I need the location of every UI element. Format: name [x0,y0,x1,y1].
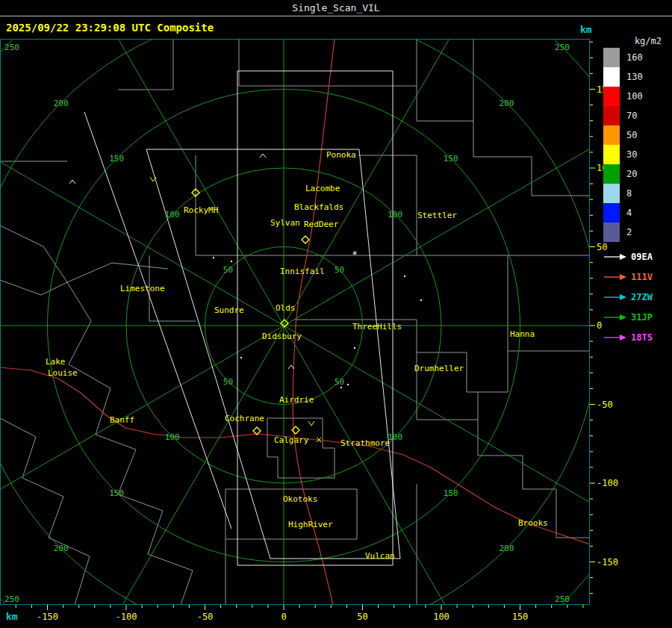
radar-site-marker [292,426,299,434]
scale-value: 20 [626,164,637,184]
city-label: Sylvan [270,218,300,228]
range-ring-label: 200 [54,99,69,108]
scale-value: 130 [626,67,643,87]
county-boundary [478,392,590,538]
county-boundary [67,263,168,282]
county-boundary [417,320,508,392]
city-label: Sundre [214,305,244,315]
city-label: Olds [276,303,296,313]
legend-units: kg/m2 [603,36,671,48]
radar-id: 31JP [631,312,653,323]
range-ring-label: 100 [388,210,402,220]
scan-area-outline [237,71,393,565]
point-marker [420,299,422,301]
radar-row: 09EA [603,246,671,267]
scale-swatch [603,48,620,67]
scale-row: 160 [603,48,671,67]
range-ring-label: 50 [335,265,344,275]
city-label: Calgary [274,435,309,445]
city-label: Stettler [417,211,457,220]
radar-id: 18TS [631,332,653,343]
point-marker [404,276,405,277]
city-label: Didsbury [262,332,302,341]
y-tick-label: 0 [597,320,602,331]
county-boundary [0,418,90,605]
city-label: Lake [46,357,66,367]
city-label: Okotoks [283,494,317,504]
city-label: Blackfalds [294,202,343,212]
scan-area-outline [84,112,231,529]
city-label: HighRiver [288,520,333,529]
map-layers: 5050505010010010010015015015015020020020… [0,0,672,628]
range-ring-label: 150 [444,154,458,164]
radar-id: 09EA [631,252,653,262]
radar-row: 27ZW [603,287,671,307]
range-ring-label: 200 [54,544,69,553]
range-ring [0,0,672,628]
radar-display[interactable]: 5050505010010010010015015015015020020020… [0,0,672,628]
grid-spoke [75,326,284,628]
scale-row: 4 [603,203,671,223]
grid-spoke [284,0,493,326]
radar-row: 31JP [603,307,671,327]
scale-swatch [603,87,620,106]
y-tick-label: -50 [597,400,613,410]
county-boundary [267,418,335,478]
range-ring-label: 100 [165,432,180,442]
city-label: Louise [48,368,78,378]
radar-list: 09EA111V27ZW31JP18TS [603,246,671,347]
range-ring-label: 250 [4,594,19,604]
city-label: Banff [110,415,134,425]
caret-marker [69,180,75,184]
city-label: ThreeHills [352,322,402,332]
range-ring-label: 50 [223,265,233,275]
range-ring-label: 200 [499,544,514,553]
x-tick-label: -100 [116,612,137,622]
point-marker [213,257,214,258]
radar-id: 111V [631,272,653,282]
point-marker [240,357,242,358]
city-label: RedDeer [304,220,339,229]
scale-swatch [603,223,620,242]
x-tick-label: 150 [512,612,529,622]
range-ring-label: 250 [4,43,19,52]
county-boundary [417,352,478,420]
x-tick-label: -150 [37,612,58,622]
x-tick-label: 100 [433,612,449,622]
range-ring-label: 100 [388,432,402,442]
radar-id: 27ZW [631,292,653,302]
scale-value: 100 [626,87,643,106]
range-ring-label: 100 [165,210,180,220]
radar-arrow-icon [603,252,627,261]
point-marker [340,387,342,388]
city-label: Airdrie [279,395,314,405]
x-tick-label: 50 [357,612,367,622]
scale-swatch [603,164,620,184]
range-ring-label: 200 [499,99,514,108]
color-scale: 16013010070503020842 [603,48,671,242]
radar-arrow-icon [603,293,627,302]
point-marker [347,384,349,385]
city-label: Vulcan [365,551,395,561]
scale-swatch [603,184,620,203]
scale-value: 30 [626,145,637,164]
city-label: Cochrane [225,414,264,423]
scale-row: 30 [603,145,671,164]
city-label: Hanna [510,329,535,339]
point-marker [354,347,355,349]
radar-window: Single_Scan_VIL 2025/09/22 23:29:08 UTC … [0,0,672,628]
city-label: Brooks [518,518,548,528]
scale-row: 20 [603,164,671,184]
city-label: Ponoka [326,150,356,160]
range-ring-label: 150 [444,488,458,498]
radar-site-marker [302,236,309,243]
scale-swatch [603,203,620,223]
scale-swatch [603,67,620,87]
scale-swatch [603,106,620,125]
scale-row: 130 [603,67,671,87]
star-marker: * [352,249,357,260]
scale-swatch [603,145,620,164]
scale-value: 70 [626,106,637,125]
range-ring-label: 150 [109,488,124,498]
y-tick-label: -100 [597,478,618,488]
